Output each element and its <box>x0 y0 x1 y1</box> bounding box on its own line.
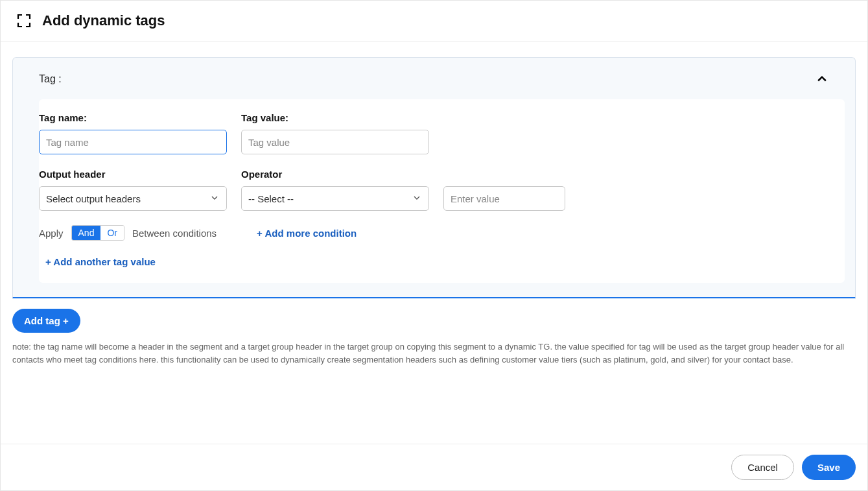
field-operator: Operator -- Select -- <box>241 169 429 211</box>
condition-value-input[interactable] <box>443 186 565 211</box>
output-header-selected: Select output headers <box>46 193 141 204</box>
tag-value-label: Tag value: <box>241 112 429 123</box>
output-header-label: Output header <box>39 169 227 180</box>
expand-icon[interactable] <box>16 13 32 29</box>
modal-header: Add dynamic tags <box>1 1 867 42</box>
add-dynamic-tags-modal: Add dynamic tags Tag : Tag name: <box>0 0 868 491</box>
chevron-up-icon[interactable] <box>815 72 829 86</box>
output-header-select[interactable]: Select output headers <box>39 186 227 211</box>
row-output-operator: Output header Select output headers Oper… <box>39 169 828 211</box>
cancel-button[interactable]: Cancel <box>731 455 794 480</box>
panel-head: Tag : <box>13 58 855 93</box>
field-output-header: Output header Select output headers <box>39 169 227 211</box>
add-more-condition-link[interactable]: + Add more condition <box>257 228 357 239</box>
modal-title: Add dynamic tags <box>42 12 165 29</box>
apply-label: Apply <box>39 228 64 239</box>
or-toggle-button[interactable]: Or <box>100 226 124 240</box>
field-tag-name: Tag name: <box>39 112 227 154</box>
add-tag-button[interactable]: Add tag + <box>12 309 80 333</box>
between-conditions-label: Between conditions <box>132 228 217 239</box>
operator-select[interactable]: -- Select -- <box>241 186 429 211</box>
tag-form: Tag name: Tag value: Output header Selec… <box>39 99 845 283</box>
field-value <box>443 186 565 211</box>
modal-footer: Cancel Save <box>1 444 867 490</box>
apply-conditions: Apply And Or Between conditions <box>39 225 217 241</box>
add-another-tag-value-link[interactable]: + Add another tag value <box>45 256 156 267</box>
note-text: note: the tag name will become a header … <box>12 341 855 366</box>
tag-value-input[interactable] <box>241 130 429 154</box>
operator-selected: -- Select -- <box>248 193 294 204</box>
tag-panel: Tag : Tag name: Tag value: <box>12 57 856 298</box>
and-or-toggle: And Or <box>71 225 124 241</box>
chevron-down-icon <box>412 193 422 205</box>
row-name-value: Tag name: Tag value: <box>39 112 828 154</box>
tag-section-label: Tag : <box>39 73 62 85</box>
chevron-down-icon <box>209 193 220 205</box>
modal-body: Tag : Tag name: Tag value: <box>1 42 867 444</box>
operator-label: Operator <box>241 169 429 180</box>
save-button[interactable]: Save <box>802 455 856 480</box>
field-tag-value: Tag value: <box>241 112 429 154</box>
tag-name-label: Tag name: <box>39 112 227 123</box>
tag-name-input[interactable] <box>39 130 227 154</box>
add-another-tag-value-row: + Add another tag value <box>45 256 828 267</box>
row-apply-addcond: Apply And Or Between conditions + Add mo… <box>39 225 828 241</box>
and-toggle-button[interactable]: And <box>72 226 101 240</box>
